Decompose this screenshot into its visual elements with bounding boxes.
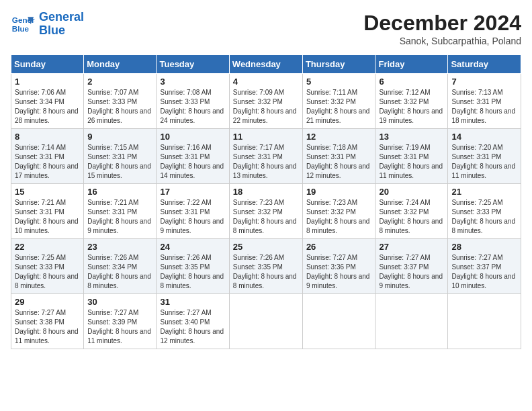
calendar-day-cell: 19Sunrise: 7:23 AMSunset: 3:32 PMDayligh… xyxy=(302,184,375,239)
day-number: 23 xyxy=(87,242,152,252)
calendar-day-cell: 1Sunrise: 7:06 AMSunset: 3:34 PMDaylight… xyxy=(11,74,84,129)
calendar-day-cell: 27Sunrise: 7:27 AMSunset: 3:37 PMDayligh… xyxy=(375,239,448,294)
day-of-week-header: Thursday xyxy=(302,55,375,74)
day-number: 29 xyxy=(15,297,80,307)
day-number: 6 xyxy=(379,77,444,87)
day-number: 19 xyxy=(306,187,372,197)
calendar-day-cell: 16Sunrise: 7:21 AMSunset: 3:31 PMDayligh… xyxy=(84,184,157,239)
calendar-day-cell xyxy=(375,294,448,349)
day-number: 21 xyxy=(451,187,517,197)
day-number: 4 xyxy=(233,77,299,87)
day-info: Sunrise: 7:09 AMSunset: 3:32 PMDaylight:… xyxy=(233,88,299,126)
calendar-week-row: 22Sunrise: 7:25 AMSunset: 3:33 PMDayligh… xyxy=(11,239,521,294)
day-info: Sunrise: 7:12 AMSunset: 3:32 PMDaylight:… xyxy=(379,88,444,126)
day-number: 27 xyxy=(379,242,444,252)
day-info: Sunrise: 7:21 AMSunset: 3:31 PMDaylight:… xyxy=(15,198,80,236)
calendar-day-cell: 3Sunrise: 7:08 AMSunset: 3:33 PMDaylight… xyxy=(157,74,229,129)
calendar-day-cell: 2Sunrise: 7:07 AMSunset: 3:33 PMDaylight… xyxy=(84,74,157,129)
calendar-day-cell: 5Sunrise: 7:11 AMSunset: 3:32 PMDaylight… xyxy=(302,74,375,129)
calendar-day-cell: 24Sunrise: 7:26 AMSunset: 3:35 PMDayligh… xyxy=(157,239,229,294)
calendar-day-cell: 10Sunrise: 7:16 AMSunset: 3:31 PMDayligh… xyxy=(157,129,229,184)
calendar-day-cell: 28Sunrise: 7:27 AMSunset: 3:37 PMDayligh… xyxy=(448,239,521,294)
day-of-week-header: Tuesday xyxy=(157,55,229,74)
logo-icon: General Blue xyxy=(11,12,35,36)
day-number: 11 xyxy=(233,132,299,142)
day-number: 17 xyxy=(160,187,225,197)
calendar-day-cell: 29Sunrise: 7:27 AMSunset: 3:38 PMDayligh… xyxy=(11,294,84,349)
day-number: 22 xyxy=(15,242,80,252)
day-number: 8 xyxy=(15,132,80,142)
calendar-day-cell: 17Sunrise: 7:22 AMSunset: 3:31 PMDayligh… xyxy=(157,184,229,239)
calendar-day-cell: 6Sunrise: 7:12 AMSunset: 3:32 PMDaylight… xyxy=(375,74,448,129)
calendar-day-cell: 11Sunrise: 7:17 AMSunset: 3:31 PMDayligh… xyxy=(229,129,302,184)
calendar-day-cell: 7Sunrise: 7:13 AMSunset: 3:31 PMDaylight… xyxy=(448,74,521,129)
day-info: Sunrise: 7:08 AMSunset: 3:33 PMDaylight:… xyxy=(160,88,225,126)
day-info: Sunrise: 7:20 AMSunset: 3:31 PMDaylight:… xyxy=(451,143,517,181)
day-number: 28 xyxy=(451,242,517,252)
day-info: Sunrise: 7:26 AMSunset: 3:34 PMDaylight:… xyxy=(87,253,152,291)
day-info: Sunrise: 7:27 AMSunset: 3:37 PMDaylight:… xyxy=(379,253,444,291)
calendar-day-cell: 23Sunrise: 7:26 AMSunset: 3:34 PMDayligh… xyxy=(84,239,157,294)
day-info: Sunrise: 7:15 AMSunset: 3:31 PMDaylight:… xyxy=(87,143,152,181)
calendar-day-cell: 20Sunrise: 7:24 AMSunset: 3:32 PMDayligh… xyxy=(375,184,448,239)
day-number: 24 xyxy=(160,242,225,252)
day-info: Sunrise: 7:23 AMSunset: 3:32 PMDaylight:… xyxy=(306,198,372,236)
day-number: 3 xyxy=(160,77,225,87)
day-of-week-header: Sunday xyxy=(11,55,84,74)
calendar-day-cell: 25Sunrise: 7:26 AMSunset: 3:35 PMDayligh… xyxy=(229,239,302,294)
calendar-day-cell: 14Sunrise: 7:20 AMSunset: 3:31 PMDayligh… xyxy=(448,129,521,184)
day-info: Sunrise: 7:06 AMSunset: 3:34 PMDaylight:… xyxy=(15,88,80,126)
day-number: 25 xyxy=(233,242,299,252)
day-of-week-header: Wednesday xyxy=(229,55,302,74)
calendar-day-cell: 18Sunrise: 7:23 AMSunset: 3:32 PMDayligh… xyxy=(229,184,302,239)
calendar-day-cell: 26Sunrise: 7:27 AMSunset: 3:36 PMDayligh… xyxy=(302,239,375,294)
day-number: 2 xyxy=(87,77,152,87)
day-info: Sunrise: 7:13 AMSunset: 3:31 PMDaylight:… xyxy=(451,88,517,126)
calendar-day-cell xyxy=(302,294,375,349)
calendar-week-row: 8Sunrise: 7:14 AMSunset: 3:31 PMDaylight… xyxy=(11,129,521,184)
day-number: 16 xyxy=(87,187,152,197)
calendar-day-cell xyxy=(448,294,521,349)
day-number: 9 xyxy=(87,132,152,142)
calendar-day-cell xyxy=(229,294,302,349)
calendar-day-cell: 22Sunrise: 7:25 AMSunset: 3:33 PMDayligh… xyxy=(11,239,84,294)
day-info: Sunrise: 7:16 AMSunset: 3:31 PMDaylight:… xyxy=(160,143,225,181)
day-number: 7 xyxy=(451,77,517,87)
calendar-week-row: 1Sunrise: 7:06 AMSunset: 3:34 PMDaylight… xyxy=(11,74,521,129)
day-info: Sunrise: 7:27 AMSunset: 3:36 PMDaylight:… xyxy=(306,253,372,291)
month-title: December 2024 xyxy=(363,11,521,36)
day-info: Sunrise: 7:25 AMSunset: 3:33 PMDaylight:… xyxy=(15,253,80,291)
logo: General Blue General Blue xyxy=(11,11,84,38)
calendar-day-cell: 15Sunrise: 7:21 AMSunset: 3:31 PMDayligh… xyxy=(11,184,84,239)
svg-text:Blue: Blue xyxy=(12,24,30,33)
day-info: Sunrise: 7:17 AMSunset: 3:31 PMDaylight:… xyxy=(233,143,299,181)
day-info: Sunrise: 7:19 AMSunset: 3:31 PMDaylight:… xyxy=(379,143,444,181)
day-of-week-header: Saturday xyxy=(448,55,521,74)
location: Sanok, Subcarpathia, Poland xyxy=(363,36,521,46)
day-info: Sunrise: 7:24 AMSunset: 3:32 PMDaylight:… xyxy=(379,198,444,236)
day-info: Sunrise: 7:22 AMSunset: 3:31 PMDaylight:… xyxy=(160,198,225,236)
day-info: Sunrise: 7:23 AMSunset: 3:32 PMDaylight:… xyxy=(233,198,299,236)
calendar-day-cell: 12Sunrise: 7:18 AMSunset: 3:31 PMDayligh… xyxy=(302,129,375,184)
calendar-day-cell: 9Sunrise: 7:15 AMSunset: 3:31 PMDaylight… xyxy=(84,129,157,184)
day-number: 15 xyxy=(15,187,80,197)
day-of-week-header: Friday xyxy=(375,55,448,74)
day-number: 30 xyxy=(87,297,152,307)
page-header: General Blue General Blue December 2024 … xyxy=(11,11,521,46)
day-number: 5 xyxy=(306,77,372,87)
calendar-day-cell: 13Sunrise: 7:19 AMSunset: 3:31 PMDayligh… xyxy=(375,129,448,184)
calendar-header-row: SundayMondayTuesdayWednesdayThursdayFrid… xyxy=(11,55,521,74)
day-number: 18 xyxy=(233,187,299,197)
day-info: Sunrise: 7:25 AMSunset: 3:33 PMDaylight:… xyxy=(451,198,517,236)
logo-text: General Blue xyxy=(39,11,84,38)
calendar-table: SundayMondayTuesdayWednesdayThursdayFrid… xyxy=(11,54,521,349)
day-number: 14 xyxy=(451,132,517,142)
calendar-day-cell: 21Sunrise: 7:25 AMSunset: 3:33 PMDayligh… xyxy=(448,184,521,239)
day-info: Sunrise: 7:27 AMSunset: 3:40 PMDaylight:… xyxy=(160,308,225,346)
day-info: Sunrise: 7:26 AMSunset: 3:35 PMDaylight:… xyxy=(233,253,299,291)
title-block: December 2024 Sanok, Subcarpathia, Polan… xyxy=(363,11,521,46)
day-info: Sunrise: 7:18 AMSunset: 3:31 PMDaylight:… xyxy=(306,143,372,181)
day-info: Sunrise: 7:27 AMSunset: 3:38 PMDaylight:… xyxy=(15,308,80,346)
day-info: Sunrise: 7:14 AMSunset: 3:31 PMDaylight:… xyxy=(15,143,80,181)
calendar-week-row: 29Sunrise: 7:27 AMSunset: 3:38 PMDayligh… xyxy=(11,294,521,349)
